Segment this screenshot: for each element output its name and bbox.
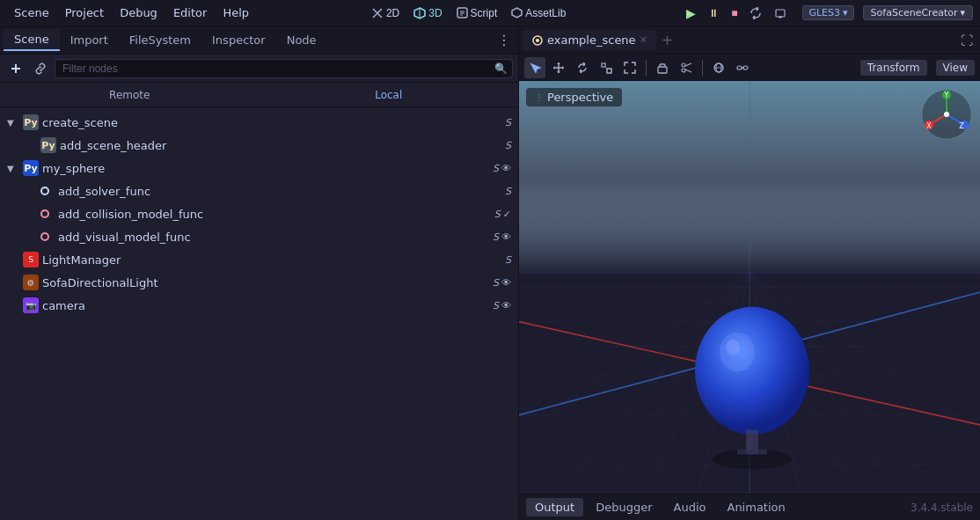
play-button[interactable]: ▶ bbox=[681, 4, 701, 22]
scissor-icon bbox=[680, 62, 692, 74]
remote-button[interactable] bbox=[769, 5, 792, 21]
remote-button[interactable]: Remote bbox=[0, 83, 260, 106]
script-button[interactable]: Script bbox=[451, 5, 503, 21]
loop-button[interactable] bbox=[744, 5, 767, 21]
expand-icon[interactable]: ▼ bbox=[7, 164, 19, 173]
tree-badges: S bbox=[505, 117, 511, 128]
link-icon bbox=[34, 62, 47, 75]
menu-editor[interactable]: Editor bbox=[166, 4, 214, 21]
tree-label: add_visual_model_func bbox=[58, 231, 489, 244]
select-tool-button[interactable] bbox=[524, 57, 545, 78]
svg-text:Y: Y bbox=[944, 92, 949, 99]
lock-tool-button[interactable] bbox=[652, 57, 673, 78]
tree-label: add_solver_func bbox=[58, 185, 501, 198]
light-icon: ⚙ bbox=[23, 275, 39, 290]
tree-badges: S 👁 bbox=[493, 277, 511, 289]
svg-point-19 bbox=[682, 69, 685, 72]
add-node-button[interactable] bbox=[5, 59, 26, 78]
pause-button[interactable]: ⏸ bbox=[703, 5, 724, 21]
tree-item-light-manager[interactable]: ▶ S LightManager S bbox=[0, 248, 518, 271]
scene-toolbar: 🔍 bbox=[0, 55, 518, 83]
tab-import[interactable]: Import bbox=[60, 30, 119, 50]
chain-icon bbox=[736, 62, 749, 74]
expand-icon[interactable]: ▼ bbox=[7, 118, 19, 128]
tab-node[interactable]: Node bbox=[276, 30, 327, 50]
menu-scene[interactable]: Scene bbox=[7, 4, 56, 21]
tab-inspector[interactable]: Inspector bbox=[201, 30, 276, 50]
scene-tree: ▼ Py create_scene S ▶ Py add_scene_heade… bbox=[0, 107, 518, 520]
tree-item-sofa-directional-light[interactable]: ▶ ⚙ SofaDirectionalLight S 👁 bbox=[0, 271, 518, 294]
svg-line-16 bbox=[605, 67, 607, 69]
tree-item-add-visual-model[interactable]: ▶ add_visual_model_func S 👁 bbox=[0, 225, 518, 248]
link-button[interactable] bbox=[30, 59, 51, 78]
tab-output[interactable]: Output bbox=[526, 498, 583, 516]
tree-item-create-scene[interactable]: ▼ Py create_scene S bbox=[0, 111, 518, 134]
svg-point-54 bbox=[695, 307, 809, 435]
script-badge: S bbox=[505, 140, 511, 151]
tree-item-my-sphere[interactable]: ▼ Py my_sphere S 👁 bbox=[0, 157, 518, 179]
tree-item-add-solver-func[interactable]: ▶ add_solver_func S bbox=[0, 179, 518, 202]
scissor-tool-button[interactable] bbox=[676, 57, 697, 78]
expand-tool-button[interactable] bbox=[619, 57, 640, 78]
tree-item-add-collision-model[interactable]: ▶ add_collision_model_func S ✓ bbox=[0, 202, 518, 225]
mode-2d-button[interactable]: 2D bbox=[366, 5, 405, 21]
assetlib-button[interactable]: AssetLib bbox=[506, 5, 571, 21]
tab-audio[interactable]: Audio bbox=[665, 498, 715, 516]
svg-rect-15 bbox=[607, 69, 611, 73]
tree-badges: S 👁 bbox=[493, 300, 511, 311]
move-tool-button[interactable] bbox=[548, 57, 569, 78]
display-sphere-button[interactable] bbox=[708, 57, 729, 78]
add-tab-button[interactable]: + bbox=[656, 32, 678, 48]
gles-badge[interactable]: GLES3 ▾ bbox=[802, 5, 853, 20]
scale-tool-button[interactable] bbox=[596, 57, 617, 78]
svg-text:X: X bbox=[926, 122, 932, 130]
svg-line-21 bbox=[685, 70, 691, 72]
python-icon: Py bbox=[23, 114, 39, 130]
script-badge: S bbox=[493, 277, 499, 289]
menu-project[interactable]: Project bbox=[58, 4, 111, 21]
tab-debugger[interactable]: Debugger bbox=[587, 498, 661, 516]
tree-item-add-scene-header[interactable]: ▶ Py add_scene_header S bbox=[0, 134, 518, 157]
local-button[interactable]: Local bbox=[260, 83, 519, 106]
menu-debug[interactable]: Debug bbox=[113, 4, 165, 21]
bottom-tabs: Output Debugger Audio Animation 3.4.4.st… bbox=[519, 494, 980, 520]
filter-nodes-input[interactable] bbox=[55, 59, 513, 78]
chevron-down-icon: ▾ bbox=[843, 7, 848, 18]
close-tab-button[interactable]: ✕ bbox=[640, 34, 647, 46]
viewport-tab-example-scene[interactable]: example_scene ✕ bbox=[523, 30, 656, 50]
search-icon: 🔍 bbox=[494, 62, 508, 75]
tree-label: my_sphere bbox=[42, 162, 489, 175]
visibility-badge: 👁 bbox=[501, 277, 511, 289]
transform-mode-label[interactable]: Transform bbox=[860, 60, 927, 76]
check-badge: ✓ bbox=[503, 209, 511, 220]
tab-filesystem[interactable]: FileSystem bbox=[119, 30, 201, 50]
assetlib-icon bbox=[511, 7, 523, 18]
menu-help[interactable]: Help bbox=[216, 4, 256, 21]
rotate-tool-button[interactable] bbox=[572, 57, 593, 78]
node-circle-icon bbox=[40, 187, 49, 195]
stop-button[interactable]: ■ bbox=[726, 5, 742, 21]
tab-animation[interactable]: Animation bbox=[718, 498, 794, 516]
axis-gizmo: Z X Y bbox=[920, 88, 973, 141]
svg-rect-5 bbox=[776, 10, 785, 17]
tabs-more-button[interactable]: ⋮ bbox=[494, 28, 515, 52]
3d-viewport-grid bbox=[519, 81, 980, 494]
script-icon bbox=[457, 7, 468, 18]
viewport-tabs: example_scene ✕ + ⛶ bbox=[519, 26, 980, 55]
tree-badges: S bbox=[505, 140, 511, 151]
perspective-label[interactable]: ⋮ Perspective bbox=[526, 88, 622, 106]
tree-item-camera[interactable]: ▶ 📷 camera S 👁 bbox=[0, 294, 518, 317]
tree-label: add_collision_model_func bbox=[58, 208, 491, 221]
view-mode-label[interactable]: View bbox=[936, 60, 975, 76]
move-icon bbox=[552, 62, 565, 74]
chain-button[interactable] bbox=[732, 57, 753, 78]
svg-rect-14 bbox=[602, 63, 605, 67]
3d-icon bbox=[413, 7, 426, 19]
2d-icon bbox=[371, 7, 384, 19]
tab-scene[interactable]: Scene bbox=[4, 29, 60, 51]
visibility-badge: 👁 bbox=[501, 163, 511, 174]
viewport-canvas[interactable]: ⋮ Perspective Z X bbox=[519, 81, 980, 494]
profile-badge[interactable]: SofaSceneCreator ▾ bbox=[863, 5, 973, 20]
mode-3d-button[interactable]: 3D bbox=[408, 5, 447, 21]
expand-viewport-button[interactable]: ⛶ bbox=[957, 33, 976, 48]
